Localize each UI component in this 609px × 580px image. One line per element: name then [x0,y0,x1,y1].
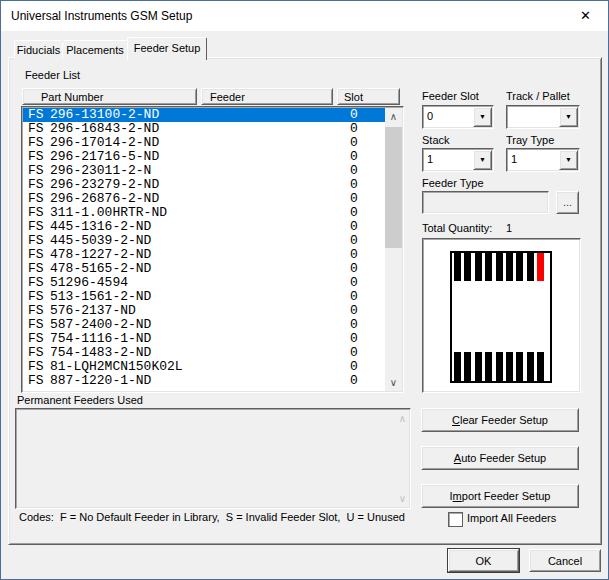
feeder-row-code: FS [28,262,44,276]
chevron-down-icon[interactable]: ▼ [559,107,578,127]
feeder-row[interactable]: FS296-23279-2-ND0 [23,178,385,192]
feeder-row[interactable]: FS478-1227-2-ND0 [23,248,385,262]
feeder-row[interactable]: FS445-5039-2-ND0 [23,234,385,248]
feeder-row[interactable]: FS51296-45940 [23,276,385,290]
permanent-feeders-list: ∧ ∨ [15,408,411,509]
chevron-down-icon[interactable]: ▼ [559,150,578,170]
feeder-row-code: FS [28,108,44,122]
feeder-list[interactable]: FS296-13100-2-ND0FS296-16843-2-ND0FS296-… [21,106,404,393]
feeder-row-part: 513-1561-2-ND [50,290,151,304]
tray-type-select[interactable]: 1 ▼ [506,148,580,172]
feeder-row-code: FS [28,178,44,192]
tab-placements-label: Placements [66,44,123,56]
feeder-row[interactable]: FS296-21716-5-ND0 [23,150,385,164]
feeder-slot-bar [506,352,513,381]
column-header-slot-label: Slot [344,91,363,103]
column-header-slot[interactable]: Slot [337,88,400,105]
tab-feeder-setup[interactable]: Feeder Setup [127,37,207,60]
column-header-part-number[interactable]: Part Number [22,88,197,105]
auto-feeder-setup-button[interactable]: Auto Feeder Setup [421,446,579,470]
feeder-row[interactable]: FS754-1116-1-ND0 [23,332,385,346]
feeder-slot-bar [516,352,523,381]
feeder-row[interactable]: FS296-16843-2-ND0 [23,122,385,136]
clear-feeder-setup-button[interactable]: Clear Feeder Setup [421,408,579,432]
scrollbar-thumb[interactable] [385,127,402,248]
scrollbar-down-icon: ∨ [399,493,406,504]
tray-type-value: 1 [511,149,517,169]
feeder-slot-bar [516,253,523,281]
track-pallet-select[interactable]: ▼ [506,105,580,129]
feeder-row[interactable]: FS296-26876-2-ND0 [23,192,385,206]
chevron-down-icon[interactable]: ▼ [473,107,492,127]
feeder-row[interactable]: FS296-17014-2-ND0 [23,136,385,150]
feeder-row-code: FS [28,234,44,248]
column-header-feeder-label: Feeder [210,91,245,103]
feeder-list-scrollbar[interactable]: ∧ ∨ [385,108,402,391]
feeder-type-browse-button[interactable]: ... [556,191,579,214]
column-header-part-number-label: Part Number [41,91,103,103]
feeder-row-part: 587-2400-2-ND [50,318,151,332]
feeder-row-part: 754-1116-1-ND [50,332,151,346]
feeder-row-part: 296-17014-2-ND [50,136,159,150]
feeder-row-slot: 0 [350,108,358,122]
import-feeder-setup-button[interactable]: Import Feeder Setup [421,484,579,508]
cancel-button[interactable]: Cancel [529,549,601,572]
feeder-row-slot: 0 [350,332,358,346]
feeder-row[interactable]: FS587-2400-2-ND0 [23,318,385,332]
tab-fiducials[interactable]: Fiducials [14,40,63,59]
feeder-row[interactable]: FS445-1316-2-ND0 [23,220,385,234]
feeder-slot-bar [485,352,492,381]
import-all-feeders-checkbox[interactable] [448,512,463,527]
feeder-row[interactable]: FS478-5165-2-ND0 [23,262,385,276]
feeder-slot-bar [496,253,503,281]
window-title: Universal Instruments GSM Setup [11,1,192,31]
scrollbar-up-icon: ∧ [399,413,406,424]
feeder-row-slot: 0 [350,164,358,178]
feeder-row-slot: 0 [350,304,358,318]
feeder-slot-bar [475,352,482,381]
feeder-row-slot: 0 [350,262,358,276]
feeder-row-slot: 0 [350,206,358,220]
feeder-row[interactable]: FS576-2137-ND0 [23,304,385,318]
tab-placements[interactable]: Placements [62,40,128,59]
feeder-row-part: 478-1227-2-ND [50,248,151,262]
cancel-button-label: Cancel [548,555,582,567]
clear-label-rest: lear Feeder Setup [460,414,548,426]
feeder-row-part: 296-23279-2-ND [50,178,159,192]
stack-select[interactable]: 1 ▼ [422,148,494,172]
import-all-feeders-label[interactable]: Import All Feeders [467,512,556,524]
ok-button[interactable]: OK [448,549,519,572]
track-pallet-label: Track / Pallet [506,90,570,102]
scrollbar-up-icon[interactable]: ∧ [385,108,402,125]
codes-legend: Codes: F = No Default Feeder in Library,… [19,511,405,523]
total-quantity-value: 1 [506,222,512,234]
feeder-slot-bar [454,253,461,281]
feeder-row[interactable]: FS81-LQH2MCN150K02L0 [23,360,385,374]
feeder-row-code: FS [28,192,44,206]
feeder-row-slot: 0 [350,220,358,234]
title-bar: Universal Instruments GSM Setup ✕ [1,1,608,31]
column-header-feeder[interactable]: Feeder [201,88,333,105]
feeder-row-code: FS [28,136,44,150]
tab-fiducials-label: Fiducials [17,44,60,56]
feeder-slot-bar [527,253,534,281]
feeder-slot-select[interactable]: 0 ▼ [422,105,494,129]
feeder-row[interactable]: FS887-1220-1-ND0 [23,374,385,388]
feeder-row[interactable]: FS513-1561-2-ND0 [23,290,385,304]
feeder-slot-bar [537,253,544,281]
feeder-row[interactable]: FS311-1.00HRTR-ND0 [23,206,385,220]
scrollbar-down-icon[interactable]: ∨ [385,374,402,391]
import-label-accel: m [453,490,462,502]
feeder-row[interactable]: FS754-1483-2-ND0 [23,346,385,360]
chevron-down-icon[interactable]: ▼ [473,150,492,170]
feeder-row[interactable]: FS296-23011-2-N0 [23,164,385,178]
feeder-row-part: 445-1316-2-ND [50,220,151,234]
feeder-row-code: FS [28,290,44,304]
feeder-row-part: 445-5039-2-ND [50,234,151,248]
close-icon[interactable]: ✕ [563,1,608,31]
feeder-row[interactable]: FS296-13100-2-ND0 [23,108,385,122]
feeder-row-part: 576-2137-ND [50,304,136,318]
feeder-row-slot: 0 [350,290,358,304]
clear-label-accel: C [452,414,460,426]
feeder-row-code: FS [28,206,44,220]
